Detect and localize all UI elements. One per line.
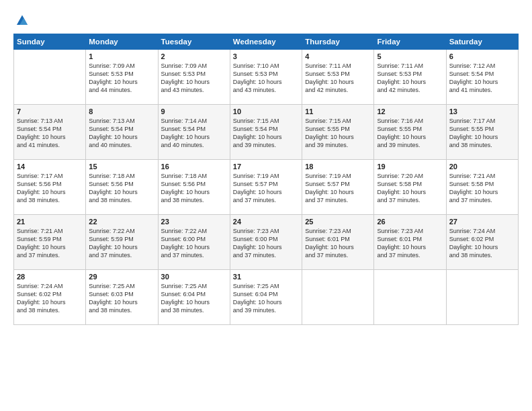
day-info: Sunrise: 7:24 AM Sunset: 6:02 PM Dayligh… <box>449 227 515 260</box>
day-number: 17 <box>233 163 299 171</box>
calendar-cell: 2Sunrise: 7:09 AM Sunset: 5:53 PM Daylig… <box>158 50 230 105</box>
day-number: 10 <box>233 107 299 116</box>
calendar-cell: 16Sunrise: 7:18 AM Sunset: 5:56 PM Dayli… <box>158 160 230 215</box>
day-number: 13 <box>449 107 515 116</box>
day-info: Sunrise: 7:13 AM Sunset: 5:54 PM Dayligh… <box>89 117 154 150</box>
day-info: Sunrise: 7:17 AM Sunset: 5:55 PM Dayligh… <box>449 117 515 150</box>
day-number: 25 <box>305 218 371 226</box>
day-number: 12 <box>377 107 443 116</box>
day-number: 29 <box>89 273 154 281</box>
calendar-cell: 3Sunrise: 7:10 AM Sunset: 5:53 PM Daylig… <box>230 50 302 105</box>
day-number: 8 <box>89 107 154 116</box>
week-row-5: 28Sunrise: 7:24 AM Sunset: 6:02 PM Dayli… <box>14 270 519 325</box>
day-info: Sunrise: 7:23 AM Sunset: 6:01 PM Dayligh… <box>305 227 371 260</box>
day-info: Sunrise: 7:21 AM Sunset: 5:58 PM Dayligh… <box>449 172 515 205</box>
calendar-cell <box>446 270 518 325</box>
logo-icon <box>15 12 30 27</box>
weekday-header-sunday: Sunday <box>14 34 86 50</box>
calendar-cell: 25Sunrise: 7:23 AM Sunset: 6:01 PM Dayli… <box>302 215 374 270</box>
day-number: 1 <box>89 52 154 60</box>
day-info: Sunrise: 7:16 AM Sunset: 5:55 PM Dayligh… <box>377 117 443 150</box>
day-info: Sunrise: 7:09 AM Sunset: 5:53 PM Dayligh… <box>89 62 154 95</box>
day-info: Sunrise: 7:10 AM Sunset: 5:53 PM Dayligh… <box>233 62 299 95</box>
day-number: 21 <box>17 218 83 226</box>
day-number: 9 <box>161 107 227 116</box>
day-info: Sunrise: 7:18 AM Sunset: 5:56 PM Dayligh… <box>161 172 227 205</box>
day-number: 2 <box>161 52 227 60</box>
calendar-cell: 18Sunrise: 7:19 AM Sunset: 5:57 PM Dayli… <box>302 160 374 215</box>
day-info: Sunrise: 7:11 AM Sunset: 5:53 PM Dayligh… <box>377 62 443 95</box>
day-number: 30 <box>161 273 227 281</box>
day-info: Sunrise: 7:25 AM Sunset: 6:03 PM Dayligh… <box>89 282 154 315</box>
day-info: Sunrise: 7:18 AM Sunset: 5:56 PM Dayligh… <box>89 172 154 205</box>
day-info: Sunrise: 7:25 AM Sunset: 6:04 PM Dayligh… <box>161 282 227 315</box>
calendar-cell: 17Sunrise: 7:19 AM Sunset: 5:57 PM Dayli… <box>230 160 302 215</box>
day-number: 11 <box>305 107 371 116</box>
week-row-2: 7Sunrise: 7:13 AM Sunset: 5:54 PM Daylig… <box>14 105 519 160</box>
day-info: Sunrise: 7:09 AM Sunset: 5:53 PM Dayligh… <box>161 62 227 95</box>
week-row-3: 14Sunrise: 7:17 AM Sunset: 5:56 PM Dayli… <box>14 160 519 215</box>
day-number: 22 <box>89 218 154 226</box>
weekday-header-wednesday: Wednesday <box>230 34 302 50</box>
day-info: Sunrise: 7:12 AM Sunset: 5:54 PM Dayligh… <box>449 62 515 95</box>
day-number: 27 <box>449 218 515 226</box>
week-row-1: 1Sunrise: 7:09 AM Sunset: 5:53 PM Daylig… <box>14 50 519 105</box>
calendar-cell: 8Sunrise: 7:13 AM Sunset: 5:54 PM Daylig… <box>86 105 158 160</box>
day-info: Sunrise: 7:23 AM Sunset: 6:00 PM Dayligh… <box>233 227 299 260</box>
weekday-header-row: SundayMondayTuesdayWednesdayThursdayFrid… <box>14 34 519 50</box>
calendar-cell: 14Sunrise: 7:17 AM Sunset: 5:56 PM Dayli… <box>14 160 86 215</box>
weekday-header-saturday: Saturday <box>446 34 518 50</box>
logo <box>13 12 30 27</box>
day-info: Sunrise: 7:11 AM Sunset: 5:53 PM Dayligh… <box>305 62 371 95</box>
calendar-cell: 30Sunrise: 7:25 AM Sunset: 6:04 PM Dayli… <box>158 270 230 325</box>
calendar-cell: 5Sunrise: 7:11 AM Sunset: 5:53 PM Daylig… <box>374 50 446 105</box>
day-info: Sunrise: 7:15 AM Sunset: 5:55 PM Dayligh… <box>305 117 371 150</box>
day-info: Sunrise: 7:21 AM Sunset: 5:59 PM Dayligh… <box>17 227 83 260</box>
calendar-cell: 29Sunrise: 7:25 AM Sunset: 6:03 PM Dayli… <box>86 270 158 325</box>
calendar-cell: 1Sunrise: 7:09 AM Sunset: 5:53 PM Daylig… <box>86 50 158 105</box>
day-info: Sunrise: 7:20 AM Sunset: 5:58 PM Dayligh… <box>377 172 443 205</box>
header <box>13 12 519 27</box>
calendar-cell: 9Sunrise: 7:14 AM Sunset: 5:54 PM Daylig… <box>158 105 230 160</box>
calendar-cell: 22Sunrise: 7:22 AM Sunset: 5:59 PM Dayli… <box>86 215 158 270</box>
day-number: 3 <box>233 52 299 60</box>
calendar-cell <box>302 270 374 325</box>
calendar-cell: 7Sunrise: 7:13 AM Sunset: 5:54 PM Daylig… <box>14 105 86 160</box>
week-row-4: 21Sunrise: 7:21 AM Sunset: 5:59 PM Dayli… <box>14 215 519 270</box>
day-info: Sunrise: 7:17 AM Sunset: 5:56 PM Dayligh… <box>17 172 83 205</box>
calendar-cell: 26Sunrise: 7:23 AM Sunset: 6:01 PM Dayli… <box>374 215 446 270</box>
day-info: Sunrise: 7:19 AM Sunset: 5:57 PM Dayligh… <box>305 172 371 205</box>
calendar-cell: 10Sunrise: 7:15 AM Sunset: 5:54 PM Dayli… <box>230 105 302 160</box>
day-info: Sunrise: 7:13 AM Sunset: 5:54 PM Dayligh… <box>17 117 83 150</box>
weekday-header-monday: Monday <box>86 34 158 50</box>
day-number: 24 <box>233 218 299 226</box>
day-info: Sunrise: 7:15 AM Sunset: 5:54 PM Dayligh… <box>233 117 299 150</box>
day-number: 26 <box>377 218 443 226</box>
calendar-cell: 12Sunrise: 7:16 AM Sunset: 5:55 PM Dayli… <box>374 105 446 160</box>
calendar-cell: 24Sunrise: 7:23 AM Sunset: 6:00 PM Dayli… <box>230 215 302 270</box>
day-number: 20 <box>449 163 515 171</box>
day-number: 16 <box>161 163 227 171</box>
calendar-cell: 6Sunrise: 7:12 AM Sunset: 5:54 PM Daylig… <box>446 50 518 105</box>
day-number: 6 <box>449 52 515 60</box>
page: SundayMondayTuesdayWednesdayThursdayFrid… <box>0 0 532 411</box>
day-number: 7 <box>17 107 83 116</box>
calendar-table: SundayMondayTuesdayWednesdayThursdayFrid… <box>13 34 519 325</box>
day-number: 5 <box>377 52 443 60</box>
calendar-cell <box>14 50 86 105</box>
calendar-cell: 15Sunrise: 7:18 AM Sunset: 5:56 PM Dayli… <box>86 160 158 215</box>
weekday-header-friday: Friday <box>374 34 446 50</box>
calendar-cell: 21Sunrise: 7:21 AM Sunset: 5:59 PM Dayli… <box>14 215 86 270</box>
day-info: Sunrise: 7:25 AM Sunset: 6:04 PM Dayligh… <box>233 282 299 315</box>
calendar-cell: 4Sunrise: 7:11 AM Sunset: 5:53 PM Daylig… <box>302 50 374 105</box>
weekday-header-tuesday: Tuesday <box>158 34 230 50</box>
day-number: 28 <box>17 273 83 281</box>
day-info: Sunrise: 7:14 AM Sunset: 5:54 PM Dayligh… <box>161 117 227 150</box>
calendar-cell: 11Sunrise: 7:15 AM Sunset: 5:55 PM Dayli… <box>302 105 374 160</box>
calendar-cell: 20Sunrise: 7:21 AM Sunset: 5:58 PM Dayli… <box>446 160 518 215</box>
day-number: 15 <box>89 163 154 171</box>
day-info: Sunrise: 7:22 AM Sunset: 5:59 PM Dayligh… <box>89 227 154 260</box>
calendar-cell <box>374 270 446 325</box>
calendar-cell: 19Sunrise: 7:20 AM Sunset: 5:58 PM Dayli… <box>374 160 446 215</box>
weekday-header-thursday: Thursday <box>302 34 374 50</box>
